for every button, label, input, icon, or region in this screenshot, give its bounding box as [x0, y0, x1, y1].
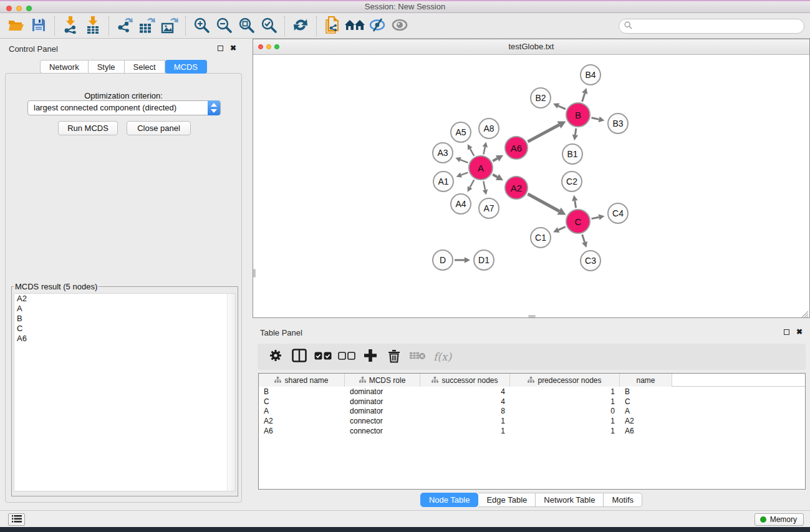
- graph-node-c[interactable]: C: [566, 209, 591, 234]
- table-cell[interactable]: dominator: [345, 397, 420, 406]
- float-panel-icon[interactable]: [218, 46, 223, 51]
- tab-mcds[interactable]: MCDS: [165, 60, 207, 74]
- clone-network-button[interactable]: [321, 16, 344, 37]
- table-cell[interactable]: A: [259, 407, 345, 415]
- table-cell[interactable]: B: [620, 387, 672, 396]
- export-network-button[interactable]: [113, 16, 136, 37]
- table-cell[interactable]: 0: [510, 407, 620, 415]
- import-network-button[interactable]: [59, 16, 82, 37]
- mcds-result-item[interactable]: C: [14, 324, 235, 334]
- node-table[interactable]: shared nameMCDS rolesuccessor nodesprede…: [258, 373, 806, 490]
- table-cell[interactable]: dominator: [345, 387, 420, 396]
- graph-node-c3[interactable]: C3: [580, 250, 601, 271]
- table-cell[interactable]: connector: [345, 417, 420, 425]
- tab-network[interactable]: Network: [40, 60, 89, 74]
- open-session-button[interactable]: [5, 16, 27, 37]
- column-header-shared-name[interactable]: shared name: [259, 374, 345, 387]
- zoom-window-button[interactable]: [26, 6, 32, 11]
- graph-node-b[interactable]: B: [566, 102, 591, 127]
- table-cell[interactable]: connector: [345, 427, 420, 435]
- close-network-button[interactable]: [258, 44, 263, 49]
- graph-node-c2[interactable]: C2: [561, 171, 582, 192]
- deselect-all-columns-button[interactable]: [335, 346, 359, 367]
- table-cell[interactable]: A2: [620, 417, 672, 425]
- select-all-columns-button[interactable]: [311, 346, 335, 367]
- table-cell[interactable]: 1: [510, 397, 620, 406]
- search-box[interactable]: [619, 19, 804, 34]
- network-window-titlebar[interactable]: testGlobe.txt: [253, 39, 809, 55]
- graph-node-a2[interactable]: A2: [504, 176, 528, 200]
- table-cell[interactable]: C: [259, 397, 345, 406]
- result-scrollbar[interactable]: [227, 294, 235, 491]
- show-graphics-detail-button[interactable]: [388, 16, 411, 37]
- table-cell[interactable]: 1: [510, 427, 620, 435]
- refresh-layout-button[interactable]: [289, 16, 312, 37]
- network-canvas[interactable]: B4B2BB3B1A5A8A6A3AA1A2C2A4A7C4CC1C3DD1: [253, 55, 809, 317]
- table-cell[interactable]: 1: [510, 417, 620, 425]
- add-column-button[interactable]: [359, 346, 382, 367]
- memory-button[interactable]: Memory: [755, 513, 804, 526]
- run-mcds-button[interactable]: Run MCDS: [58, 121, 118, 135]
- graph-node-b4[interactable]: B4: [580, 64, 601, 85]
- tab-motifs[interactable]: Motifs: [604, 493, 642, 507]
- close-table-panel-icon[interactable]: ✖: [796, 329, 803, 335]
- float-table-panel-icon[interactable]: [784, 329, 789, 335]
- table-cell[interactable]: 8: [420, 407, 510, 415]
- graph-node-a[interactable]: A: [468, 155, 493, 180]
- tab-edge-table[interactable]: Edge Table: [478, 493, 536, 507]
- graph-node-a3[interactable]: A3: [432, 142, 453, 163]
- home-button[interactable]: [344, 16, 366, 37]
- table-cell[interactable]: 4: [420, 397, 510, 406]
- column-header-MCDS-role[interactable]: MCDS role: [345, 374, 420, 387]
- graph-node-a4[interactable]: A4: [450, 193, 471, 215]
- table-cell[interactable]: A6: [259, 427, 345, 435]
- table-cell[interactable]: B: [259, 387, 345, 396]
- save-session-button[interactable]: [27, 16, 50, 37]
- mcds-result-item[interactable]: B: [14, 314, 235, 324]
- delete-table-button[interactable]: [406, 346, 430, 367]
- zoom-in-button[interactable]: [190, 16, 213, 37]
- column-header-successor-nodes[interactable]: successor nodes: [420, 374, 510, 387]
- table-row[interactable]: A2connector11A2: [259, 416, 805, 426]
- table-cell[interactable]: 1: [420, 417, 510, 425]
- mcds-result-list[interactable]: A2ABCA6: [14, 293, 236, 491]
- table-cell[interactable]: 1: [420, 427, 510, 435]
- minimize-window-button[interactable]: [16, 6, 22, 11]
- table-cell[interactable]: A6: [620, 427, 672, 435]
- column-header-predecessor-nodes[interactable]: predecessor nodes: [510, 374, 620, 387]
- delete-column-button[interactable]: [382, 346, 406, 367]
- graph-node-c1[interactable]: C1: [530, 227, 551, 248]
- graph-node-c4[interactable]: C4: [607, 203, 629, 224]
- table-settings-button[interactable]: [264, 346, 287, 367]
- table-cell[interactable]: 4: [420, 387, 510, 396]
- graph-node-d[interactable]: D: [432, 249, 453, 271]
- table-cell[interactable]: A: [620, 407, 672, 415]
- import-table-button[interactable]: [82, 16, 104, 37]
- tab-style[interactable]: Style: [89, 60, 125, 74]
- optimization-criterion-select[interactable]: largest connected component (directed): [27, 100, 221, 115]
- graph-node-d1[interactable]: D1: [473, 249, 494, 271]
- close-panel-icon[interactable]: ✖: [230, 45, 236, 51]
- table-row[interactable]: Cdominator41C: [259, 397, 805, 407]
- vertical-scroll-thumb[interactable]: [253, 269, 256, 278]
- graph-node-a6[interactable]: A6: [504, 136, 528, 160]
- column-header-name[interactable]: name: [620, 374, 672, 387]
- export-image-button[interactable]: [158, 16, 181, 37]
- tab-select[interactable]: Select: [125, 60, 165, 74]
- table-cell[interactable]: 1: [510, 387, 620, 396]
- graph-node-b3[interactable]: B3: [607, 113, 629, 134]
- zoom-out-button[interactable]: [213, 16, 235, 37]
- graph-node-a7[interactable]: A7: [478, 198, 499, 219]
- table-row[interactable]: A6connector11A6: [259, 426, 805, 436]
- table-row[interactable]: Bdominator41B: [259, 387, 805, 397]
- graph-node-a8[interactable]: A8: [478, 118, 499, 139]
- zoom-fit-button[interactable]: [235, 16, 258, 37]
- table-row[interactable]: Adominator80A: [259, 406, 805, 416]
- function-builder-button[interactable]: f(x): [433, 351, 451, 363]
- horizontal-scroll-thumb[interactable]: [528, 315, 536, 317]
- graph-node-a1[interactable]: A1: [433, 171, 454, 192]
- graph-node-a5[interactable]: A5: [450, 122, 471, 143]
- close-panel-button[interactable]: Close panel: [127, 121, 191, 135]
- mcds-result-item[interactable]: A: [14, 304, 235, 314]
- task-history-button[interactable]: [8, 513, 25, 526]
